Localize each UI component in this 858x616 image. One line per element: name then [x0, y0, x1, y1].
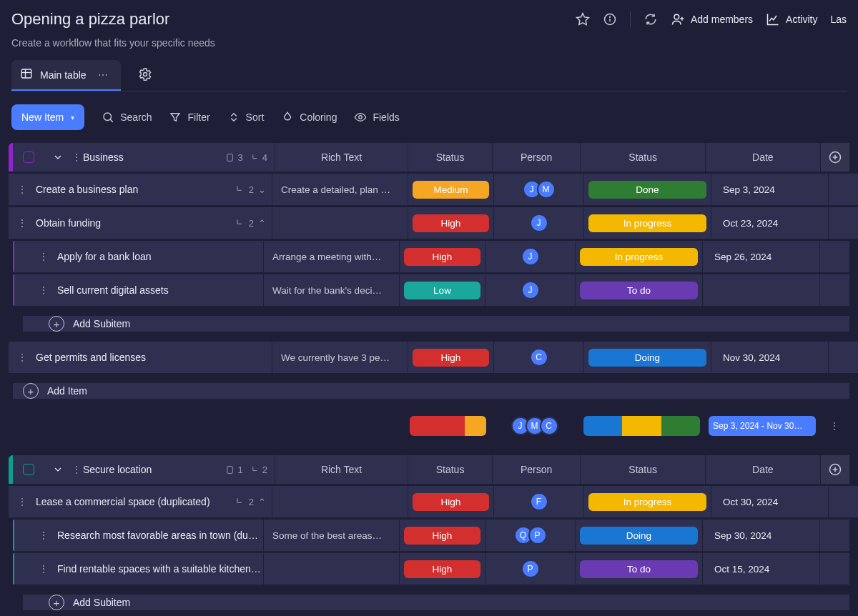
- subitem-toggle[interactable]: 2⌃: [235, 497, 272, 507]
- status-badge[interactable]: High: [413, 349, 489, 367]
- person-cell[interactable]: P: [521, 560, 540, 578]
- date-cell[interactable]: Sep 3, 2024: [716, 184, 824, 195]
- status-badge[interactable]: To do: [580, 560, 698, 578]
- date-cell[interactable]: Sep 30, 2024: [707, 530, 815, 541]
- group-header[interactable]: ⋮ Secure location 1 2 Rich Text Status P…: [9, 455, 849, 484]
- person-cell[interactable]: C: [530, 348, 548, 367]
- status-badge[interactable]: High: [413, 214, 489, 232]
- group-name[interactable]: Business: [83, 151, 124, 163]
- column-header[interactable]: Rich Text: [275, 455, 408, 484]
- rich-text-cell[interactable]: Some of the best areas…: [263, 520, 399, 551]
- summary-menu-icon[interactable]: ⋮: [820, 412, 849, 439]
- table-subrow[interactable]: ⋮ Research most favorable areas in town …: [9, 520, 849, 551]
- status-badge[interactable]: Doing: [580, 527, 698, 545]
- column-header[interactable]: Status: [408, 143, 492, 172]
- add-item-button[interactable]: +Add Item: [9, 375, 849, 407]
- info-icon[interactable]: [603, 12, 617, 26]
- group-header[interactable]: ⋮ Business 3 4 Rich Text Status Person S…: [9, 143, 849, 172]
- rich-text-cell[interactable]: Arrange a meeting with…: [263, 241, 399, 272]
- status-badge[interactable]: Medium: [413, 181, 489, 199]
- table-subrow[interactable]: ⋮ Find rentable spaces with a suitable k…: [9, 553, 849, 585]
- drag-handle-icon[interactable]: ⋮: [70, 455, 83, 484]
- rich-text-cell[interactable]: We currently have 3 pe…: [272, 342, 408, 373]
- fields-button[interactable]: Fields: [354, 111, 399, 124]
- status-badge[interactable]: Low: [404, 282, 480, 299]
- row-menu-icon[interactable]: ⋮: [16, 217, 29, 229]
- row-name[interactable]: Get permits and licenses: [36, 352, 272, 363]
- table-row[interactable]: ⋮ Lease a commercial space (duplicated) …: [9, 486, 849, 517]
- date-cell[interactable]: Oct 30, 2024: [716, 497, 824, 507]
- add-subitem-button[interactable]: +Add Subitem: [9, 587, 849, 616]
- row-name[interactable]: Research most favorable areas in town (d…: [57, 530, 263, 541]
- drag-handle-icon[interactable]: ⋮: [70, 143, 83, 172]
- coloring-button[interactable]: Coloring: [281, 111, 337, 124]
- status-badge[interactable]: To do: [580, 282, 698, 299]
- status-badge[interactable]: High: [404, 527, 480, 545]
- table-subrow[interactable]: ⋮ Sell current digital assets Wait for t…: [9, 274, 849, 306]
- rich-text-cell[interactable]: Wait for the bank's deci…: [263, 274, 399, 306]
- status-badge[interactable]: In progress: [588, 493, 706, 511]
- person-cell[interactable]: JM: [523, 180, 556, 199]
- column-header[interactable]: Status: [408, 455, 492, 484]
- sort-button[interactable]: Sort: [227, 111, 265, 124]
- status-badge[interactable]: Done: [588, 181, 706, 199]
- subitem-toggle[interactable]: 2⌃: [235, 218, 272, 229]
- star-icon[interactable]: [576, 12, 590, 26]
- rich-text-cell[interactable]: [272, 486, 408, 517]
- add-column-button[interactable]: [820, 143, 849, 172]
- person-cell[interactable]: QP: [514, 526, 547, 545]
- filter-button[interactable]: Filter: [169, 111, 209, 124]
- chevron-down-icon[interactable]: [45, 455, 70, 484]
- row-menu-icon[interactable]: ⋮: [16, 184, 29, 195]
- row-menu-icon[interactable]: ⋮: [37, 563, 50, 575]
- group-name[interactable]: Secure location: [83, 464, 152, 475]
- row-menu-icon[interactable]: ⋮: [16, 496, 29, 507]
- column-header[interactable]: Rich Text: [275, 143, 408, 172]
- column-header[interactable]: Person: [492, 455, 581, 484]
- rich-text-cell[interactable]: [272, 207, 408, 239]
- add-column-button[interactable]: [820, 455, 849, 484]
- person-cell[interactable]: J: [521, 247, 540, 266]
- status-badge[interactable]: High: [404, 248, 480, 266]
- table-row[interactable]: ⋮ Obtain funding 2⌃ High J In progress O…: [9, 207, 849, 239]
- chevron-down-icon[interactable]: [45, 143, 70, 172]
- table-row[interactable]: ⋮ Create a business plan 2⌄ Create a det…: [9, 174, 849, 205]
- row-name[interactable]: Sell current digital assets: [57, 284, 263, 296]
- new-item-button[interactable]: New Item ▾: [11, 104, 84, 130]
- tab-more-icon[interactable]: ⋯: [94, 69, 112, 81]
- refresh-icon[interactable]: [644, 12, 658, 26]
- group-checkbox[interactable]: [13, 143, 45, 172]
- row-name[interactable]: Create a business plan: [36, 184, 227, 195]
- table-subrow[interactable]: ⋮ Apply for a bank loan Arrange a meetin…: [9, 241, 849, 272]
- row-name[interactable]: Lease a commercial space (duplicated): [36, 496, 227, 507]
- rich-text-cell[interactable]: [263, 553, 399, 585]
- group-checkbox[interactable]: [13, 455, 45, 484]
- gear-icon[interactable]: [138, 67, 152, 84]
- date-cell[interactable]: Sep 26, 2024: [707, 252, 815, 262]
- tab-main-table[interactable]: Main table ⋯: [11, 60, 121, 91]
- column-header[interactable]: Person: [492, 143, 581, 172]
- add-members-button[interactable]: Add members: [671, 12, 753, 26]
- row-name[interactable]: Find rentable spaces with a suitable kit…: [57, 563, 263, 575]
- subitem-toggle[interactable]: 2⌄: [235, 184, 272, 195]
- status-badge[interactable]: In progress: [588, 214, 706, 232]
- add-subitem-button[interactable]: +Add Subitem: [9, 308, 849, 339]
- rich-text-cell[interactable]: Create a detailed, plan …: [272, 174, 408, 205]
- search-button[interactable]: Search: [102, 111, 152, 124]
- date-cell[interactable]: Oct 15, 2024: [707, 564, 815, 575]
- status-badge[interactable]: Doing: [588, 349, 706, 367]
- column-header[interactable]: Date: [705, 143, 820, 172]
- status-badge[interactable]: In progress: [580, 248, 698, 266]
- row-menu-icon[interactable]: ⋮: [37, 530, 50, 541]
- row-menu-icon[interactable]: ⋮: [37, 251, 50, 262]
- date-cell[interactable]: Oct 23, 2024: [716, 218, 824, 229]
- column-header[interactable]: Date: [705, 455, 820, 484]
- row-name[interactable]: Apply for a bank loan: [57, 251, 263, 262]
- person-cell[interactable]: JMC: [511, 417, 558, 435]
- row-menu-icon[interactable]: ⋮: [16, 352, 29, 363]
- activity-button[interactable]: Activity: [766, 12, 817, 26]
- person-cell[interactable]: J: [521, 281, 540, 299]
- person-cell[interactable]: F: [530, 492, 548, 511]
- column-header[interactable]: Status: [580, 455, 705, 484]
- row-name[interactable]: Obtain funding: [36, 217, 227, 229]
